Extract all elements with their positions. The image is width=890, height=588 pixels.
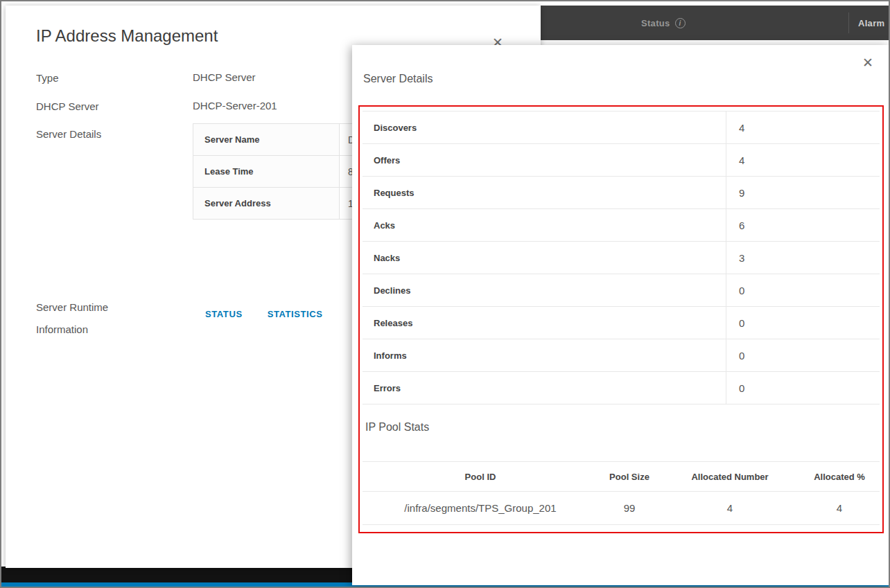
runtime-line2: Information bbox=[36, 319, 108, 341]
stat-value: 6 bbox=[726, 209, 880, 241]
cell-pool-id: /infra/segments/TPS_Group_201 bbox=[363, 492, 598, 525]
alarm-label: Alarm bbox=[858, 6, 884, 40]
stat-row: Declines 0 bbox=[363, 274, 880, 307]
runtime-line1: Server Runtime bbox=[36, 296, 108, 319]
ip-pool-stats-table: Pool ID Pool Size Allocated Number Alloc… bbox=[363, 461, 880, 525]
field-label-type: Type bbox=[36, 72, 59, 84]
stat-row: Nacks 3 bbox=[363, 242, 880, 274]
stat-row: Discovers 4 bbox=[363, 112, 880, 144]
stat-value: 0 bbox=[726, 274, 880, 306]
stat-label: Offers bbox=[363, 144, 726, 176]
col-header-allocated-pct: Allocated % bbox=[799, 462, 880, 492]
stat-label: Informs bbox=[363, 339, 726, 371]
close-icon[interactable]: ✕ bbox=[862, 55, 873, 71]
table-header-row: Pool ID Pool Size Allocated Number Alloc… bbox=[363, 462, 880, 492]
field-label-server-details: Server Details bbox=[36, 128, 101, 140]
col-header-pool-id: Pool ID bbox=[363, 462, 598, 492]
row-label: Server Address bbox=[193, 188, 339, 219]
tab-status[interactable]: STATUS bbox=[205, 309, 243, 319]
topbar-divider bbox=[848, 12, 849, 33]
stat-value: 3 bbox=[726, 242, 880, 274]
cell-allocated-pct: 4 bbox=[799, 492, 880, 525]
stat-label: Declines bbox=[363, 274, 726, 306]
stat-label: Requests bbox=[363, 177, 726, 208]
row-label: Lease Time bbox=[193, 156, 339, 187]
ip-pool-stats-title: IP Pool Stats bbox=[365, 421, 882, 434]
stat-value: 4 bbox=[726, 144, 880, 176]
runtime-label: Server Runtime Information bbox=[36, 296, 108, 341]
runtime-tabs: STATUS STATISTICS bbox=[205, 309, 323, 319]
screen: Status i Alarm IP Address Management ✕ T… bbox=[0, 0, 890, 588]
stat-row: Errors 0 bbox=[363, 372, 880, 404]
field-value-type: DHCP Server bbox=[193, 71, 256, 83]
stat-row: Offers 4 bbox=[363, 144, 880, 177]
server-details-dialog: ✕ Server Details Discovers 4 Offers 4 Re… bbox=[352, 45, 889, 585]
col-header-pool-size: Pool Size bbox=[598, 462, 661, 492]
stat-row: Informs 0 bbox=[363, 339, 880, 372]
stat-label: Releases bbox=[363, 307, 726, 339]
stat-value: 4 bbox=[726, 112, 880, 143]
col-header-allocated-number: Allocated Number bbox=[661, 462, 799, 492]
stat-label: Acks bbox=[363, 209, 726, 241]
field-value-dhcp-server: DHCP-Server-201 bbox=[193, 100, 277, 112]
status-indicator: Status i bbox=[641, 6, 686, 40]
tab-statistics[interactable]: STATISTICS bbox=[268, 309, 323, 319]
stat-value: 0 bbox=[726, 339, 880, 371]
table-row: /infra/segments/TPS_Group_201 99 4 4 bbox=[363, 492, 880, 525]
row-label: Server Name bbox=[193, 124, 339, 155]
cell-allocated-number: 4 bbox=[661, 492, 799, 525]
page-title: IP Address Management bbox=[36, 26, 218, 46]
cell-pool-size: 99 bbox=[598, 492, 661, 525]
stat-label: Discovers bbox=[363, 112, 726, 143]
stat-row: Acks 6 bbox=[363, 209, 880, 242]
stat-row: Releases 0 bbox=[363, 307, 880, 339]
field-label-dhcp-server: DHCP Server bbox=[36, 100, 99, 112]
stat-row: Requests 9 bbox=[363, 177, 880, 209]
annotation-rectangle: Discovers 4 Offers 4 Requests 9 Acks 6 N… bbox=[358, 105, 884, 533]
info-icon[interactable]: i bbox=[675, 18, 686, 28]
dhcp-stats-table: Discovers 4 Offers 4 Requests 9 Acks 6 N… bbox=[363, 111, 880, 404]
stat-value: 9 bbox=[726, 177, 880, 208]
stat-value: 0 bbox=[726, 372, 880, 404]
status-label: Status bbox=[641, 18, 670, 28]
stat-value: 0 bbox=[726, 307, 880, 339]
stat-label: Nacks bbox=[363, 242, 726, 274]
dialog-title: Server Details bbox=[363, 73, 433, 85]
stat-label: Errors bbox=[363, 372, 726, 404]
